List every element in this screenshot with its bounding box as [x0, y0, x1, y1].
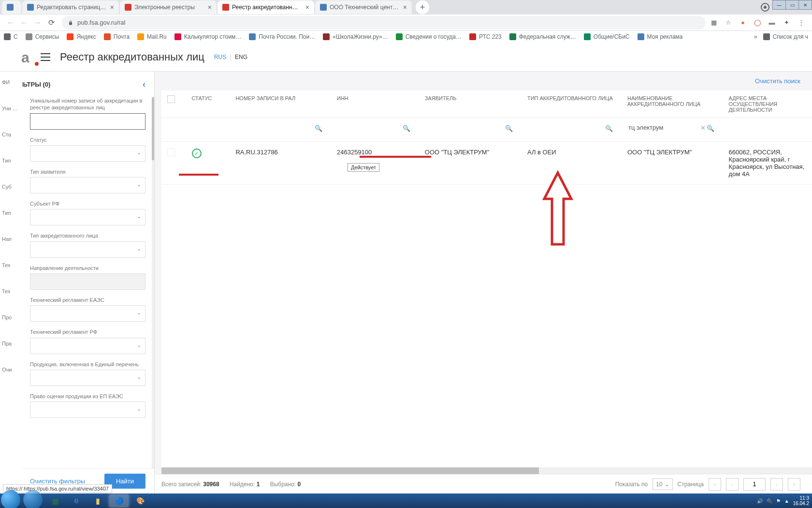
- bookmark-item[interactable]: Федеральная служ…: [509, 33, 576, 40]
- start-button-2[interactable]: [23, 490, 43, 508]
- filter-label: Право оценки продукции из ЕП ЕАЭС: [30, 393, 145, 400]
- prev-page-button[interactable]: ‹: [726, 478, 739, 491]
- bookmark-item[interactable]: Почта России. Пои…: [249, 33, 315, 40]
- minimize-button[interactable]: —: [772, 0, 786, 10]
- tab-1[interactable]: Редактировать страницу ‹ ООО ×: [22, 0, 119, 14]
- product-eval-select[interactable]: ⌄: [30, 402, 145, 418]
- collapse-icon[interactable]: ‹: [143, 79, 145, 90]
- apps-button[interactable]: С: [4, 33, 18, 40]
- close-window-button[interactable]: ✕: [798, 0, 812, 10]
- applicant-type-select[interactable]: ⌄: [30, 177, 145, 194]
- lang-rus[interactable]: RUS: [214, 54, 226, 60]
- horizontal-scrollbar[interactable]: [161, 467, 812, 474]
- lang-eng[interactable]: ENG: [235, 54, 247, 60]
- task-paint[interactable]: 🎨: [130, 494, 150, 507]
- ext-icon-2[interactable]: ◯: [753, 18, 762, 27]
- clear-search-link[interactable]: Очистить поиск: [755, 77, 800, 85]
- forward-button[interactable]: →: [31, 16, 44, 30]
- search-icon[interactable]: 🔍: [707, 125, 714, 132]
- accredited-type-select[interactable]: ⌄: [30, 241, 145, 258]
- search-icon[interactable]: 🔍: [403, 125, 410, 132]
- cell-applicant: ООО "ТЦ ЭЛЕКТРУМ": [419, 142, 522, 185]
- table-row[interactable]: ✓ RA.RU.312786 2463259100 ООО "ТЦ ЭЛЕКТР…: [161, 142, 812, 185]
- bookmark-item[interactable]: «ШколаЖизни.ру»…: [323, 33, 388, 40]
- task-ie[interactable]: e: [67, 494, 86, 507]
- search-record-input[interactable]: [235, 120, 325, 134]
- search-icon[interactable]: 🔍: [605, 125, 613, 132]
- first-page-button[interactable]: «: [709, 478, 721, 491]
- back-button[interactable]: ←: [4, 16, 17, 30]
- ext-icon-3[interactable]: ▬: [768, 18, 776, 27]
- bookmark-item[interactable]: Почта: [104, 33, 130, 40]
- clear-filters-link[interactable]: Очистить фильтры: [30, 478, 85, 485]
- reading-list-button[interactable]: Список для ч: [763, 33, 808, 40]
- filter-label: Субъект РФ: [30, 200, 145, 207]
- clear-icon[interactable]: ✕: [700, 124, 706, 132]
- bookmark-item[interactable]: Общие/СБиС: [584, 33, 630, 40]
- scrollbar[interactable]: [152, 97, 154, 468]
- bookmark-item[interactable]: Моя реклама: [638, 33, 683, 40]
- unique-number-input[interactable]: [30, 113, 145, 130]
- bookmark-item[interactable]: Яндекс: [67, 33, 96, 40]
- product-list-select[interactable]: ⌄: [30, 370, 145, 386]
- search-inn-input[interactable]: [337, 120, 413, 134]
- cell-record: RA.RU.312786: [230, 142, 331, 185]
- tab-0[interactable]: Р: [2, 0, 21, 14]
- next-page-button[interactable]: ›: [770, 478, 783, 491]
- menu-icon[interactable]: ⋮: [797, 18, 805, 27]
- maximize-button[interactable]: ▭: [785, 0, 799, 10]
- bookmark-item[interactable]: Сервисы: [26, 33, 59, 40]
- tab-3[interactable]: Реестр аккредитованных лиц ×: [218, 0, 314, 14]
- back-button-2[interactable]: ←: [17, 16, 31, 30]
- tray-flag-icon[interactable]: ⚑: [776, 498, 781, 504]
- bookmark-item[interactable]: Калькулятор стоим…: [174, 33, 242, 40]
- tab-strip: Р Редактировать страницу ‹ ООО × Электро…: [0, 0, 812, 15]
- bookmark-item[interactable]: Сведения о госуда…: [396, 33, 462, 40]
- bookmark-item[interactable]: Mail.Ru: [137, 33, 167, 40]
- annotation-underline: [360, 156, 431, 158]
- search-icon[interactable]: 🔍: [315, 125, 322, 132]
- last-page-button[interactable]: »: [788, 478, 800, 491]
- hamburger-icon[interactable]: [41, 53, 50, 61]
- ext-icon-1[interactable]: ●: [739, 18, 747, 27]
- task-explorer[interactable]: ▮: [88, 494, 107, 507]
- search-applicant-input[interactable]: [425, 120, 516, 134]
- translate-icon[interactable]: ▦: [710, 18, 718, 27]
- page-size-select[interactable]: 10⌄: [652, 478, 672, 490]
- select-all-checkbox[interactable]: [167, 95, 175, 103]
- row-checkbox[interactable]: [167, 149, 175, 156]
- close-icon[interactable]: ×: [305, 3, 309, 11]
- chevron-down-icon: ⌄: [137, 406, 141, 412]
- cast-icon[interactable]: [761, 3, 769, 12]
- tech-reg-eaes-select[interactable]: ⌄: [30, 305, 145, 322]
- close-icon[interactable]: ×: [110, 3, 114, 11]
- search-type-input[interactable]: [527, 120, 616, 134]
- chevron-down-icon: ⌄: [137, 246, 141, 252]
- close-icon[interactable]: ×: [403, 3, 407, 11]
- search-icon[interactable]: 🔍: [505, 125, 513, 132]
- tray-up-icon[interactable]: ▲: [784, 498, 789, 504]
- filter-label: Технический регламент РФ: [30, 329, 145, 335]
- tray-volume-icon[interactable]: 🔊: [757, 498, 763, 504]
- region-select[interactable]: ⌄: [30, 209, 145, 225]
- start-button[interactable]: [1, 490, 20, 508]
- chevron-down-icon: ⌄: [137, 310, 141, 316]
- tab-4[interactable]: ООО Технический центр «Элек ×: [315, 0, 412, 14]
- logo[interactable]: a: [21, 49, 37, 65]
- bookmark-overflow[interactable]: »: [754, 33, 757, 40]
- url-bar[interactable]: pub.fsa.gov.ru/ral: [62, 16, 706, 30]
- cell-address: 660062, РОССИЯ, Красноярский край, г Кра…: [723, 142, 812, 185]
- bookmark-item[interactable]: РТС 223: [469, 33, 502, 40]
- extensions-icon[interactable]: ✦: [782, 18, 791, 27]
- task-chrome[interactable]: 🔵: [109, 494, 129, 507]
- tray-network-icon[interactable]: 🔌: [767, 498, 772, 504]
- new-tab-button[interactable]: +: [416, 0, 429, 14]
- close-icon[interactable]: ×: [208, 3, 212, 11]
- star-icon[interactable]: ☆: [724, 18, 733, 27]
- tab-2[interactable]: Электронные реестры ×: [120, 0, 217, 14]
- reload-button[interactable]: ⟳: [44, 16, 58, 30]
- status-select[interactable]: ⌄: [30, 145, 145, 162]
- task-excel[interactable]: ▦: [45, 494, 65, 507]
- page-input[interactable]: [743, 478, 766, 491]
- tech-reg-rf-select[interactable]: ⌄: [30, 338, 145, 354]
